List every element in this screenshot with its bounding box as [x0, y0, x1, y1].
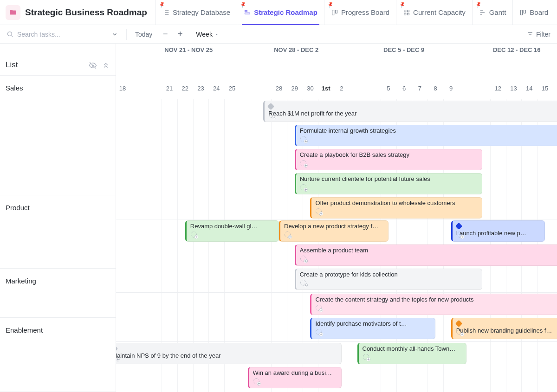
separator: [126, 29, 127, 40]
assign-icon[interactable]: [253, 378, 261, 386]
task-label: Assemble a product team: [300, 247, 556, 254]
assign-icon[interactable]: [363, 353, 371, 362]
task-bar[interactable]: Maintain NPS of 9 by the end of the year: [116, 343, 342, 364]
task-label: Formulate internal growth strategies: [300, 127, 556, 134]
task-bar[interactable]: Create a playbook for B2B sales strategy: [295, 149, 482, 170]
svg-rect-7: [524, 10, 526, 13]
assign-icon[interactable]: [300, 184, 308, 192]
day-label: 7: [418, 85, 421, 92]
task-label: Create the content strategy and the topi…: [315, 296, 556, 303]
day-label: 18: [119, 85, 126, 92]
tab-label: Board: [530, 8, 548, 16]
task-bar[interactable]: Develop a new product strategy f…: [279, 220, 389, 242]
task-bar[interactable]: Create the content strategy and the topi…: [310, 294, 557, 315]
task-label: Publish new branding guidelines f…: [456, 327, 557, 334]
day-label: 29: [291, 85, 298, 92]
svg-rect-0: [332, 10, 334, 15]
group-label[interactable]: Product: [0, 195, 116, 269]
task-bar[interactable]: Create a prototype for kids collection: [295, 269, 482, 290]
tab-current-capacity[interactable]: 📌 Current Capacity: [396, 0, 472, 25]
day-label: 12: [495, 85, 501, 92]
day-label: 24: [213, 85, 220, 92]
assign-icon[interactable]: [456, 328, 465, 337]
group-label[interactable]: Enablement: [0, 318, 116, 392]
task-bar[interactable]: Reach $1M net profit for the year: [263, 101, 557, 122]
grid-icon: [403, 9, 410, 16]
assign-icon[interactable]: [300, 279, 308, 288]
task-label: Launch profitable new p…: [456, 230, 541, 237]
day-label: 23: [197, 85, 204, 92]
tab-progress-board[interactable]: 📌 Progress Board: [324, 0, 396, 25]
assign-icon[interactable]: [315, 304, 324, 313]
pin-icon: 📌: [474, 0, 482, 8]
task-label: Nurture current clientele for potential …: [300, 175, 478, 182]
assign-icon[interactable]: [300, 135, 308, 144]
svg-rect-2: [404, 10, 406, 12]
gantt-area[interactable]: V 18NOV 21 - NOV 25NOV 28 - DEC 2DEC 5 -…: [116, 44, 557, 392]
assign-icon[interactable]: [190, 231, 199, 239]
assign-icon[interactable]: [300, 255, 308, 263]
svg-point-8: [8, 32, 12, 36]
task-bar[interactable]: Launch profitable new p…: [451, 220, 545, 242]
task-bar[interactable]: Win an award during a busi…: [248, 367, 342, 388]
zoom-out-button[interactable]: −: [161, 29, 170, 39]
filter-button[interactable]: Filter: [527, 31, 551, 38]
search-icon: [6, 31, 13, 38]
assign-icon[interactable]: [315, 208, 324, 216]
gantt-icon: [479, 9, 486, 16]
tab-gantt[interactable]: 📌 Gantt: [472, 0, 513, 25]
svg-rect-1: [335, 10, 337, 13]
assign-icon[interactable]: [268, 111, 277, 120]
day-label: 13: [510, 85, 517, 92]
tabs: 📌 Strategy Database 📌 Strategic Roadmap …: [155, 0, 555, 25]
status-icon: [455, 223, 462, 230]
collapse-icon[interactable]: [102, 61, 110, 70]
roadmap-icon: [244, 9, 251, 16]
pin-icon: 📌: [158, 0, 165, 8]
topbar: Strategic Business Roadmap 📌 Strategy Da…: [0, 0, 557, 25]
group-label[interactable]: Marketing: [0, 269, 116, 318]
task-bar[interactable]: Assemble a product team: [295, 244, 557, 266]
task-bar[interactable]: Offer product demonstration to wholesale…: [310, 197, 482, 218]
list-icon: [162, 9, 170, 16]
day-label: 6: [402, 85, 406, 92]
zoom-in-button[interactable]: +: [175, 29, 185, 39]
task-bar[interactable]: Conduct monthly all-hands Town…: [357, 343, 467, 364]
assign-icon[interactable]: [456, 231, 465, 239]
assign-icon[interactable]: [116, 353, 120, 362]
week-range-label: NOV 21 - NOV 25: [164, 46, 213, 53]
task-bar[interactable]: Revamp double-wall gl…: [185, 220, 279, 242]
day-label: 21: [166, 85, 173, 92]
week-range-label: NOV 28 - DEC 2: [274, 46, 318, 53]
week-range-label: DEC 12 - DEC 16: [493, 46, 541, 53]
task-label: Conduct monthly all-hands Town…: [363, 345, 463, 352]
task-bar[interactable]: Formulate internal growth strategies: [295, 125, 557, 146]
day-label: 25: [229, 85, 235, 92]
page-title: Strategic Business Roadmap: [25, 7, 147, 18]
svg-rect-6: [521, 10, 523, 15]
pin-icon: 📌: [239, 0, 246, 8]
tab-strategic-roadmap[interactable]: 📌 Strategic Roadmap: [237, 0, 324, 25]
list-header: List: [0, 44, 116, 76]
range-select[interactable]: Week: [196, 31, 219, 38]
today-button[interactable]: Today: [135, 31, 152, 38]
search-input[interactable]: [17, 31, 108, 38]
toolbar: Today − + Week Filter: [0, 25, 557, 44]
search-box[interactable]: [6, 31, 118, 38]
task-label: Revamp double-wall gl…: [190, 223, 275, 230]
group-label[interactable]: Sales: [0, 76, 116, 195]
svg-rect-4: [404, 13, 406, 15]
chevron-down-icon[interactable]: [111, 31, 118, 38]
tab-board[interactable]: Board: [512, 0, 555, 25]
tab-strategy-database[interactable]: 📌 Strategy Database: [155, 0, 237, 25]
task-bar[interactable]: Identify purchase motivators of t…: [310, 318, 435, 339]
assign-icon[interactable]: [284, 231, 292, 239]
task-bar[interactable]: Nurture current clientele for potential …: [295, 173, 482, 194]
task-bar[interactable]: Publish new branding guidelines f…: [451, 318, 557, 339]
folder-icon: [6, 5, 20, 20]
assign-icon[interactable]: [300, 160, 308, 168]
day-label: 8: [434, 85, 437, 92]
tab-label: Strategy Database: [173, 8, 230, 16]
eye-off-icon[interactable]: [89, 61, 97, 70]
assign-icon[interactable]: [315, 328, 324, 337]
